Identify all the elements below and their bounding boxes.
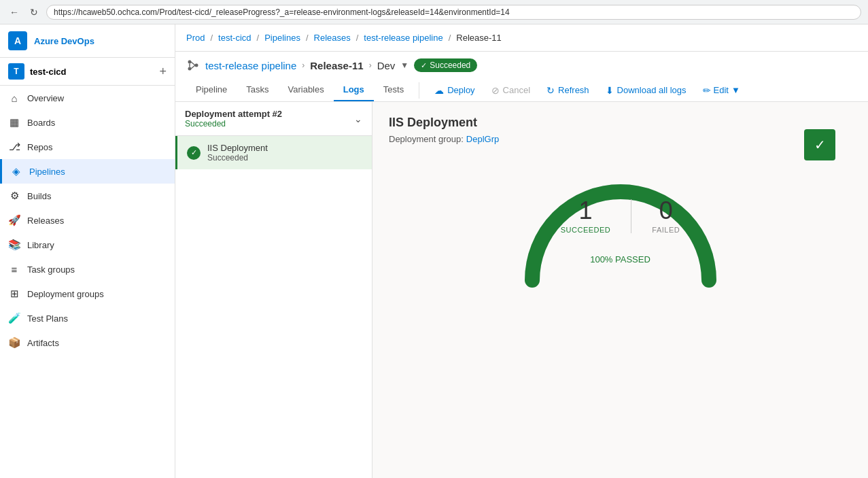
svg-line-4	[191, 62, 195, 65]
sidebar-item-pipelines[interactable]: ◈ Pipelines	[0, 159, 175, 184]
tab-tests[interactable]: Tests	[374, 79, 413, 101]
toolbar: Pipeline Tasks Variables Logs Tests ☁ De…	[186, 79, 857, 101]
pipeline-icon	[186, 58, 200, 72]
sidebar-item-label: Task groups	[27, 264, 75, 275]
svg-point-1	[188, 67, 192, 71]
sidebar-item-label: Overview	[27, 93, 64, 103]
sidebar-item-task-groups[interactable]: ≡ Task groups	[0, 257, 175, 281]
sidebar-item-builds[interactable]: ⚙ Builds	[0, 184, 175, 208]
releases-icon: 🚀	[8, 214, 20, 226]
breadcrumb: Prod / test-cicd / Pipelines / Releases …	[175, 24, 868, 52]
test-plans-icon: 🧪	[8, 312, 20, 324]
project-header[interactable]: T test-cicd +	[0, 58, 175, 86]
breadcrumb-pipelines[interactable]: Pipelines	[264, 33, 300, 43]
refresh-icon: ↻	[546, 85, 555, 96]
deploy-button[interactable]: ☁ Deploy	[428, 82, 481, 99]
sidebar-item-repos[interactable]: ⎇ Repos	[0, 135, 175, 159]
download-logs-button[interactable]: ⬇ Download all logs	[599, 82, 693, 99]
svg-point-0	[188, 61, 192, 64]
tab-logs[interactable]: Logs	[334, 79, 374, 101]
browser-chrome: ← ↻ https://hcaweb50.ochca.com/Prod/test…	[0, 0, 868, 24]
azure-devops-logo: A	[8, 31, 27, 50]
sidebar-item-library[interactable]: 📚 Library	[0, 233, 175, 257]
deployment-group-label: Deployment group:	[389, 134, 464, 144]
sidebar-item-test-plans[interactable]: 🧪 Test Plans	[0, 306, 175, 330]
breadcrumb-test-cicd[interactable]: test-cicd	[218, 33, 251, 43]
job-name: IIS Deployment	[207, 143, 268, 153]
deployment-groups-icon: ⊞	[8, 288, 20, 300]
sidebar-item-overview[interactable]: ⌂ Overview	[0, 86, 175, 110]
breadcrumb-prod[interactable]: Prod	[186, 33, 205, 43]
sidebar-item-label: Artifacts	[27, 338, 59, 348]
arrow-icon: ›	[302, 61, 305, 70]
success-check-button[interactable]: ✓	[804, 129, 835, 160]
sidebar-item-label: Repos	[27, 142, 53, 152]
deployment-title: IIS Deployment	[389, 116, 852, 130]
deployment-attempt[interactable]: Deployment attempt #2 Succeeded ⌄	[175, 102, 372, 136]
back-button[interactable]: ←	[7, 5, 22, 19]
sidebar-item-label: Releases	[27, 216, 64, 226]
task-groups-icon: ≡	[8, 263, 20, 275]
tab-tasks[interactable]: Tasks	[237, 79, 278, 101]
passed-label: 100% PASSED	[590, 254, 650, 264]
add-project-button[interactable]: +	[159, 65, 167, 79]
toolbar-actions: ☁ Deploy ⊘ Cancel ↻ Refresh ⬇ Download a…	[428, 82, 747, 99]
toolbar-separator	[419, 82, 419, 99]
status-badge-label: Succeeded	[430, 61, 470, 70]
sidebar-item-boards[interactable]: ▦ Boards	[0, 110, 175, 135]
chevron-down-icon: ⌄	[354, 114, 362, 124]
repos-icon: ⎇	[8, 141, 20, 153]
arrow-icon-2: ›	[369, 61, 372, 70]
edit-dropdown-icon: ▼	[731, 85, 740, 95]
pipeline-title-row: test-release pipeline › Release-11 › Dev…	[186, 58, 857, 72]
job-info: IIS Deployment Succeeded	[207, 143, 268, 163]
project-avatar: T	[8, 63, 24, 80]
refresh-button[interactable]: ↻ Refresh	[540, 82, 596, 99]
sidebar-header: A Azure DevOps	[0, 24, 175, 58]
sidebar-item-releases[interactable]: 🚀 Releases	[0, 208, 175, 233]
stat-divider	[631, 199, 631, 233]
svg-line-5	[191, 65, 195, 69]
sidebar-item-label: Library	[27, 240, 54, 250]
tab-variables[interactable]: Variables	[279, 79, 334, 101]
tab-pipeline[interactable]: Pipeline	[186, 79, 237, 101]
sidebar-item-artifacts[interactable]: 📦 Artifacts	[0, 330, 175, 355]
deployment-group-row: Deployment group: DeplGrp	[389, 134, 852, 144]
sidebar: A Azure DevOps T test-cicd + ⌂ Overview …	[0, 24, 175, 478]
sidebar-item-label: Test Plans	[27, 313, 68, 324]
job-status: Succeeded	[207, 153, 268, 163]
sidebar-item-label: Builds	[27, 191, 51, 201]
sidebar-item-label: Deployment groups	[27, 289, 104, 299]
deployment-group-link[interactable]: DeplGrp	[466, 134, 499, 144]
pipelines-icon: ◈	[10, 165, 22, 177]
breadcrumb-pipeline-name[interactable]: test-release pipeline	[364, 33, 442, 43]
breadcrumb-release: Release-11	[456, 33, 502, 43]
failed-stat: 0 FAILED	[638, 199, 693, 234]
edit-button[interactable]: ✏ Edit ▼	[696, 82, 747, 99]
succeeded-count: 1	[561, 199, 611, 223]
breadcrumb-releases[interactable]: Releases	[314, 33, 351, 43]
url-bar[interactable]: https://hcaweb50.ochca.com/Prod/test-cic…	[46, 5, 861, 20]
env-dropdown-icon[interactable]: ▼	[400, 61, 409, 70]
boards-icon: ▦	[8, 116, 20, 129]
reload-button[interactable]: ↻	[27, 5, 41, 19]
edit-icon: ✏	[703, 85, 711, 96]
env-name[interactable]: Dev	[377, 60, 396, 71]
sidebar-item-label: Pipelines	[29, 167, 65, 177]
job-success-icon: ✓	[187, 146, 201, 160]
main-content: Prod / test-cicd / Pipelines / Releases …	[175, 24, 868, 478]
job-item[interactable]: ✓ IIS Deployment Succeeded	[175, 136, 372, 169]
app-title: Azure DevOps	[34, 36, 94, 46]
app-container: A Azure DevOps T test-cicd + ⌂ Overview …	[0, 24, 868, 478]
attempt-info: Deployment attempt #2 Succeeded	[185, 109, 282, 129]
sidebar-item-deployment-groups[interactable]: ⊞ Deployment groups	[0, 281, 175, 306]
failed-count: 0	[652, 199, 680, 223]
right-panel: IIS Deployment Deployment group: DeplGrp…	[372, 102, 868, 478]
status-badge: ✓ Succeeded	[414, 58, 477, 72]
pipeline-name[interactable]: test-release pipeline	[205, 60, 296, 71]
cancel-icon: ⊘	[491, 85, 500, 96]
right-panel-inner: IIS Deployment Deployment group: DeplGrp…	[389, 116, 852, 264]
cancel-button[interactable]: ⊘ Cancel	[485, 82, 537, 99]
tabs-list: Pipeline Tasks Variables Logs Tests	[186, 79, 413, 101]
project-name: test-cicd	[30, 67, 66, 77]
